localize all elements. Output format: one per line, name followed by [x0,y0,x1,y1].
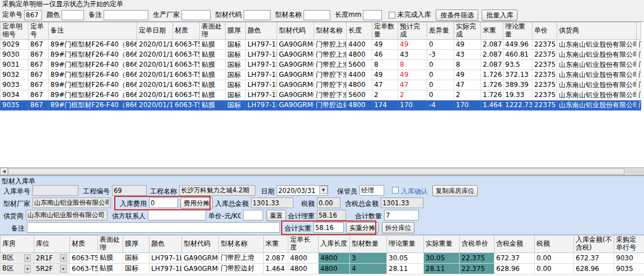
column-header[interactable]: 入库长度 [319,236,350,253]
color-input[interactable] [62,10,84,20]
length-input[interactable] [363,10,382,20]
column-header[interactable]: 表面处理 [200,22,226,40]
tax-incl-total-field[interactable] [381,197,423,208]
cell: 2.087 [264,252,288,263]
column-header[interactable]: 入库金额(不含税) [574,236,614,253]
note-field[interactable] [27,222,280,233]
scroll-left-icon[interactable]: ◀ [0,168,8,175]
combo-arrow-icon[interactable]: ▾ [60,254,67,262]
column-header[interactable]: 单价 [533,22,557,40]
column-header[interactable]: 预计完成 [398,22,427,40]
inbound-items-grid[interactable]: 库房库位材质表面处理膜厚颜色型材代码型材名称米重定单长度入库长度型材数量理论重量… [0,235,644,274]
tax-field[interactable] [317,197,340,208]
project-name-label: 工程名称 [148,187,177,196]
column-header[interactable]: 表面处理 [98,236,123,253]
order-row[interactable]: 902986789#门框型材F26-F40（866*867）2020/01/13… [1,39,641,49]
column-header[interactable]: 定单明细号 [1,22,29,40]
cell[interactable]: B区▾ [1,252,34,263]
keeper-field[interactable] [360,185,384,196]
column-header[interactable]: 定单号 [29,22,49,40]
column-header[interactable]: 定单日期 [137,22,173,40]
order-row[interactable]: 903586789#门框型材F26-F40（866*867）2020/01/13… [1,100,641,110]
column-header[interactable]: 备注 [49,22,137,40]
column-header[interactable]: 税额 [535,236,574,253]
remark-label: 备注 [88,10,102,20]
order-row[interactable]: 903086789#门框型材F26-F40（866*867）2020/01/13… [1,49,641,59]
combo-arrow-icon[interactable]: ▾ [24,265,31,273]
order-grid-hscrollbar[interactable]: ◀ [0,167,644,175]
cell[interactable]: B区▾ [1,263,34,274]
unit-price-field[interactable] [243,210,263,220]
total-theory-weight-field[interactable] [317,210,346,220]
project-name-field[interactable] [179,185,255,196]
column-header[interactable]: 差异量 [427,22,454,40]
order-row[interactable]: 903186789#门框型材F26-F40（866*867）2020/01/13… [1,59,641,70]
column-header[interactable]: 型材名称 [314,22,347,40]
column-header[interactable]: 膜厚 [226,22,246,40]
column-header[interactable]: 颜色 [150,236,182,253]
total-actual-weight-field[interactable] [314,222,344,233]
inbound-confirm-checkbox[interactable] [392,187,399,194]
factory-field[interactable] [32,197,111,208]
fee-split-button[interactable]: 费用分摊 [180,197,213,209]
column-header[interactable]: 实际完成 [454,22,481,40]
order-row[interactable]: 903286789#门框型材F26-F40（866*867）2020/01/13… [1,70,641,80]
column-header[interactable]: 实际重量 [424,236,460,253]
order-row[interactable]: 903486789#门框型材F26-F40（866*867）2020/01/13… [1,90,641,100]
cell: 2020/01/13 [137,49,173,59]
inbound-total-field[interactable] [251,197,293,208]
batch-inbound-button[interactable]: 批量入库 [482,10,517,21]
reset-button[interactable]: 重置 [267,210,286,221]
inbound-item-row[interactable]: B区▾5R2F▾6063-T5贴膜国标LH797-1LL0GA90GRM05门带… [1,263,644,274]
column-header[interactable]: 型材名称 [219,236,264,253]
column-header[interactable]: 米重 [264,236,288,253]
filter-by-condition-button[interactable]: 按条件筛选 [436,10,478,21]
unfinished-checkbox[interactable] [389,12,395,19]
actual-weight-split-button[interactable]: 实重分摊 [346,222,379,233]
inbound-fee-field[interactable] [149,197,178,208]
column-header[interactable]: 含税单价 [460,236,494,253]
column-header[interactable]: 型材代码 [277,22,314,40]
cell: 门带腔下滑 [314,70,347,80]
column-header[interactable]: 供货商 [557,22,637,40]
manufacturer-input[interactable] [181,10,211,20]
column-header[interactable]: 理论重量 [387,236,424,253]
copy-location-button[interactable]: 复制库房库位 [432,185,478,196]
remark-input[interactable] [104,10,148,20]
column-header[interactable]: 库位 [34,236,70,253]
column-header[interactable]: 膜厚 [123,236,150,253]
split-location-button[interactable]: 拆分库位 [382,222,414,233]
total-qty-field[interactable] [384,210,419,220]
column-header[interactable]: 材质 [70,236,98,253]
calendar-dropdown-icon[interactable]: ▼ [319,186,328,194]
column-header[interactable]: 含税金额 [494,236,535,253]
combo-arrow-icon[interactable]: ▾ [24,254,31,262]
column-header[interactable]: 材质 [173,22,200,40]
project-no-field[interactable] [112,185,147,196]
date-picker[interactable]: ▼ [277,185,328,196]
supplier-contact-field[interactable] [148,210,206,220]
column-header[interactable]: 米重 [481,22,503,40]
column-header[interactable]: 库房 [1,236,34,253]
column-header[interactable]: 颜色 [246,22,277,40]
column-header[interactable]: 型材数量 [350,236,387,253]
cell: 6063-T5 [173,49,200,59]
combo-arrow-icon[interactable]: ▾ [60,265,67,273]
column-header[interactable]: 定单数量 [372,22,398,40]
hscroll-thumb[interactable] [8,168,624,174]
inbound-item-row[interactable]: B区▾2R1F▾6063-T5贴膜国标LH797-1LL0GA90GRM03门带… [1,252,644,263]
order-detail-grid[interactable]: 定单明细号定单号备注定单日期材质表面处理膜厚颜色型材代码型材名称长度定单数量预计… [0,22,641,111]
profile-code-input[interactable] [244,10,270,20]
column-header[interactable]: 长度 [347,22,372,40]
inbound-no-field[interactable] [32,185,78,196]
column-header[interactable]: 采购定单行号 [614,236,644,253]
order-no-input[interactable] [24,10,42,20]
column-header[interactable]: 定单长度 [288,236,319,253]
order-row[interactable]: 903386789#门框型材F26-F40（866*867）2020/01/13… [1,80,641,90]
supplier-field[interactable] [26,210,108,220]
profile-name-input[interactable] [304,10,330,20]
column-header[interactable]: 型材代码 [182,236,219,253]
cell[interactable]: 5R2F▾ [34,263,70,274]
column-header[interactable]: 理论重量 [503,22,533,40]
cell[interactable]: 2R1F▾ [34,252,70,263]
